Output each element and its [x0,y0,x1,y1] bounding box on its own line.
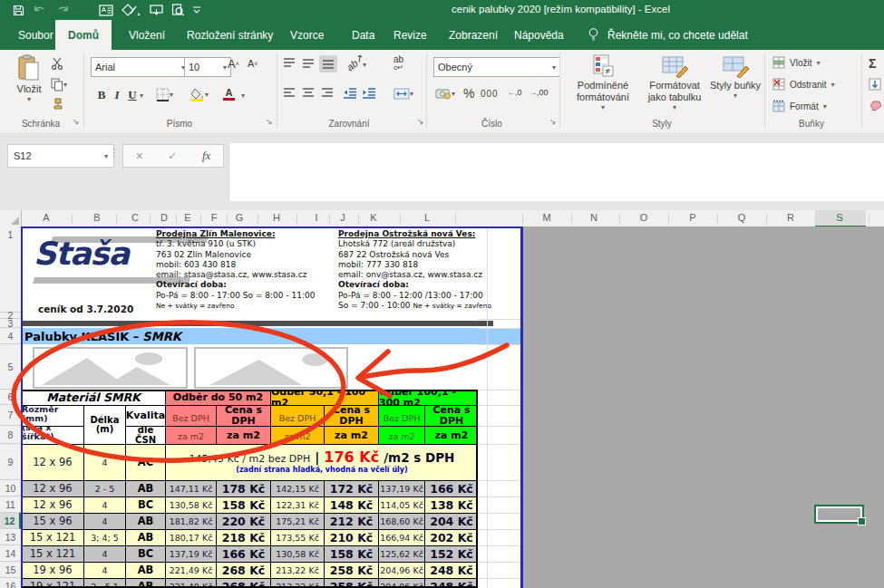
row-header-4[interactable]: 4 [0,328,21,344]
fill-button[interactable] [869,78,881,91]
table-cell[interactable]: 218 Kč [216,529,270,545]
column-header-A[interactable]: A [33,212,60,223]
increase-indent-button[interactable] [362,88,376,99]
table-cell[interactable]: 166 Kč [424,480,478,496]
table-header-cena-dph-2[interactable]: Cena s DPH [324,405,378,426]
autosum-button[interactable]: Σ [869,56,876,71]
table-header-delka[interactable]: Délka (m) [83,405,125,444]
format-cells-button[interactable]: Formát▾ [772,100,827,112]
table-cell[interactable]: 175,21 Kč [270,513,324,529]
table-cell[interactable]: 19 x 96 [21,562,83,578]
column-header-P[interactable]: P [679,212,706,223]
tab-vzorce[interactable]: Vzorce [277,20,336,50]
table-cell[interactable]: 268 Kč [216,562,270,578]
row-header-7[interactable]: 7 [0,405,21,426]
font-color-button[interactable]: A [223,88,235,101]
table-cell[interactable]: 142,15 Kč [270,480,324,496]
format-as-table-button[interactable]: Formátovat jako tabulku ▾ [641,54,708,111]
name-box[interactable]: S12 ▾ [7,144,114,168]
table-header-zam2-2[interactable]: za m2 [270,426,324,444]
row-header-5[interactable]: 5 [0,344,21,390]
table-header-csn[interactable]: dle ČSN [125,426,165,444]
table-cell[interactable]: 212 Kč [324,513,378,529]
font-color-dropdown[interactable]: ▾ [241,92,245,100]
tab-napoveda[interactable]: Nápověda [501,20,577,50]
table-cell[interactable]: 152 Kč [424,545,478,562]
table-cell[interactable]: 248 Kč [424,578,478,588]
number-dialog-launcher[interactable]: ↘ [549,118,557,126]
active-cell-selection[interactable] [814,505,864,524]
bold-button[interactable]: B [94,88,109,102]
row-header-11[interactable]: 11 [0,496,21,513]
table-cell[interactable]: 178 Kč [216,480,270,496]
align-left-button[interactable] [283,88,296,99]
row-header-13[interactable]: 13 [0,529,21,545]
alignment-dialog-launcher[interactable]: ↘ [417,118,424,126]
table-cell[interactable]: 268 Kč [216,578,270,588]
column-header-R[interactable]: R [777,212,804,223]
table-cell[interactable]: 2 - 5 [83,480,125,496]
align-top-button[interactable] [283,58,296,69]
table-cell[interactable]: 125,62 Kč [378,545,424,562]
column-header-E[interactable]: E [174,212,201,223]
image-placeholder[interactable] [194,347,348,389]
increase-decimal-button[interactable]: ←,0 [508,88,522,97]
table-cell[interactable]: 204,96 Kč [378,562,424,578]
fill-color-button[interactable]: ▾ [190,88,209,101]
table-cell[interactable]: 15 x 96 [21,513,83,529]
align-right-button[interactable] [321,88,334,99]
row-header-14[interactable]: 14 [0,545,21,562]
column-header-C[interactable]: C [121,212,149,223]
table-cell[interactable]: 220 Kč [216,513,270,529]
merge-center-button[interactable]: ▾ [393,88,413,100]
table-cell[interactable]: 158 Kč [216,496,270,513]
enter-icon[interactable]: ✓ [168,149,177,162]
table-cell[interactable]: AB [125,513,165,529]
table-cell[interactable]: 166,94 Kč [378,529,424,545]
table-cell[interactable]: BC [125,545,165,562]
table-cell[interactable]: 210 Kč [324,529,378,545]
align-middle-button[interactable] [302,58,315,69]
table-cell[interactable]: 213,22 Kč [270,562,324,578]
table-cell[interactable]: 202 Kč [424,529,478,545]
column-header-L[interactable]: L [413,212,441,223]
table-cell[interactable]: 3; 4; 5 [83,529,125,545]
column-header-M[interactable]: M [533,212,560,223]
column-header-I[interactable]: I [303,212,330,223]
copy-button[interactable]: ▾ [51,78,67,92]
tab-rozlozeni-stranky[interactable]: Rozložení stránky [174,20,286,50]
table-cell[interactable]: 172 Kč [324,480,378,496]
table-cell[interactable]: 4 [83,545,125,562]
table-header-cena-dph-3[interactable]: Cena s DPH [424,405,478,426]
table-header-material[interactable]: Materiál SMRK [21,390,165,405]
tab-zobrazeni[interactable]: Zobrazení [436,20,510,50]
table-header-zam2-1b[interactable]: za m2 [216,426,270,444]
table-header-rozmer[interactable]: Rozměr (mm) [21,405,83,426]
table-cell[interactable]: 173,55 Kč [270,529,324,545]
document-properties-icon[interactable] [99,5,113,16]
column-header-S[interactable]: S [826,212,853,223]
column-header-Q[interactable]: Q [728,212,755,223]
cancel-icon[interactable]: × [136,149,143,163]
table-cell[interactable]: 4 [83,444,125,480]
table-cell[interactable]: BC [125,496,165,513]
clipboard-dialog-launcher[interactable]: ↘ [73,118,80,126]
table-cell[interactable]: 258 Kč [324,578,378,588]
table-cell[interactable]: 4 [83,513,125,529]
comma-style-button[interactable]: 000 [481,89,499,99]
table-header-cena-dph-1[interactable]: Cena s DPH [216,405,270,426]
align-bottom-button[interactable] [319,55,337,72]
row-header-3[interactable]: 3 [0,319,21,328]
table-header-bez-dph-1[interactable]: Bez DPH [165,405,216,426]
table-cell[interactable]: 204,96 Kč [378,578,424,588]
column-header-B[interactable]: B [83,212,111,223]
table-cell[interactable]: 15 x 121 [21,529,83,545]
tab-revize[interactable]: Revize [381,20,440,50]
decrease-font-button[interactable]: A˅ [248,58,257,69]
table-header-tier2[interactable]: Odběr 50,1 - 100 m2 [270,390,378,405]
table-cell[interactable]: 122,31 Kč [270,496,324,513]
table-header-bez-dph-3[interactable]: Bez DPH [378,405,424,426]
insert-function-icon[interactable]: fx [202,149,210,163]
table-cell[interactable]: AB [125,529,165,545]
number-format-select[interactable]: Obecný▾ [433,57,560,77]
